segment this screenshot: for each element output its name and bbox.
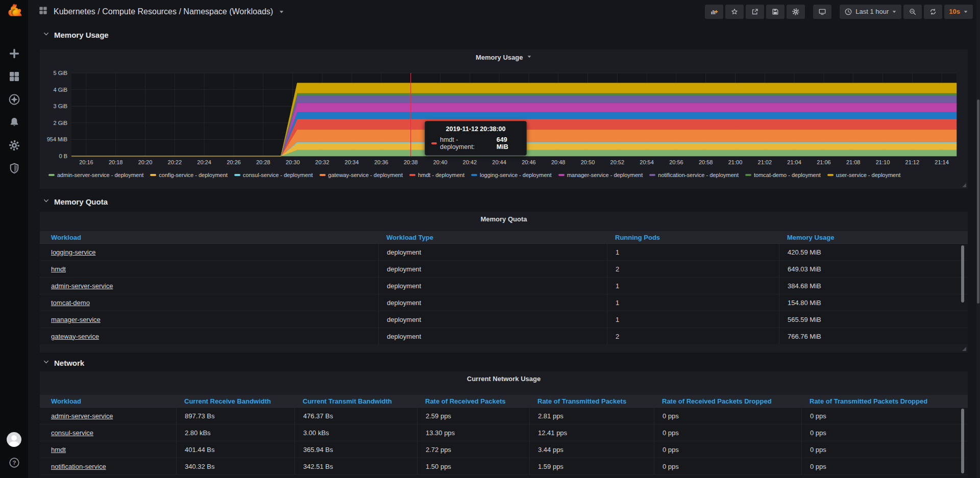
workload-link[interactable]: admin-server-service: [51, 412, 113, 420]
legend-item[interactable]: hmdt - deployment: [409, 172, 464, 178]
column-header[interactable]: Current Receive Bandwidth: [176, 397, 295, 405]
column-header[interactable]: Rate of Received Packets: [417, 397, 529, 405]
workload-link[interactable]: hmdt: [51, 446, 66, 454]
legend-label: hmdt - deployment: [418, 172, 464, 178]
legend-label: logging-service - deployment: [480, 172, 552, 178]
table-header-row: WorkloadWorkload TypeRunning PodsMemory …: [40, 231, 968, 243]
legend-color-dash: [827, 174, 834, 176]
grafana-logo[interactable]: [0, 0, 28, 23]
workload-link[interactable]: consul-service: [51, 429, 93, 437]
value-cell: 1: [607, 244, 779, 260]
mark-favorite-button[interactable]: [725, 5, 744, 19]
column-header[interactable]: Running Pods: [607, 234, 779, 241]
workload-link[interactable]: tomcat-demo: [51, 299, 90, 307]
sidebar-plus-button[interactable]: [8, 47, 20, 60]
column-header[interactable]: Workload: [40, 234, 378, 241]
workload-link[interactable]: gateway-service: [51, 333, 99, 340]
value-cell: 1: [607, 294, 779, 311]
table-scrollbar-thumb[interactable]: [961, 409, 964, 473]
value-cell: 12.41 pps: [529, 424, 654, 441]
section-memory-usage[interactable]: Memory Usage: [43, 29, 109, 40]
workload-link[interactable]: manager-service: [51, 316, 101, 323]
refresh-button[interactable]: [924, 5, 942, 19]
clock-icon: [844, 8, 852, 16]
section-network[interactable]: Network: [43, 357, 84, 368]
avatar: [6, 432, 22, 447]
caret-down-icon: [892, 9, 897, 14]
legend-item[interactable]: notification-service - deployment: [649, 172, 739, 178]
legend-color-dash: [48, 174, 55, 176]
column-header[interactable]: Rate of Received Packets Dropped: [654, 397, 801, 405]
value-cell: 649.03 MiB: [779, 261, 965, 277]
value-cell: 0 pps: [801, 458, 965, 474]
legend-item[interactable]: manager-service - deployment: [558, 172, 643, 178]
sidebar-dashboards-button[interactable]: [8, 70, 20, 83]
legend-label: user-service - deployment: [836, 172, 901, 178]
value-cell: 0 pps: [654, 441, 801, 458]
value-cell: deployment: [378, 328, 607, 344]
cycle-view-mode-button[interactable]: [813, 5, 831, 19]
add-panel-button[interactable]: [705, 5, 723, 19]
sidebar-settings-button[interactable]: [8, 139, 20, 152]
column-header[interactable]: Current Transmit Bandwidth: [295, 397, 417, 405]
legend-item[interactable]: gateway-service - deployment: [320, 172, 403, 178]
table-row-partial: [40, 474, 968, 478]
legend-item[interactable]: tomcat-demo - deployment: [745, 172, 821, 178]
workload-link[interactable]: admin-server-service: [51, 282, 113, 290]
tooltip-series-label: hmdt - deployment:: [440, 136, 494, 150]
table-row: consul-service2.80 kBs3.00 kBs13.30 pps1…: [40, 424, 968, 441]
legend-label: config-service - deployment: [159, 172, 228, 178]
sidebar-avatar-button[interactable]: [6, 432, 22, 449]
svg-text:?: ?: [12, 460, 16, 466]
panel-resize-grip[interactable]: [962, 347, 966, 351]
tooltip-value: 649 MiB: [497, 136, 520, 150]
panel-title-current-network-usage[interactable]: Current Network Usage: [40, 375, 968, 383]
legend-color-dash: [649, 174, 655, 176]
column-header[interactable]: Workload Type: [378, 234, 607, 241]
legend-item[interactable]: consul-service - deployment: [234, 172, 313, 178]
legend-color-dash: [558, 174, 565, 176]
dashboard-settings-button[interactable]: [787, 5, 805, 19]
page-scrollbar-thumb[interactable]: [977, 99, 979, 304]
refresh-interval-button[interactable]: 10s: [944, 5, 973, 19]
value-cell: 3.00 kBs: [295, 424, 417, 441]
value-cell: 154.80 MiB: [779, 294, 965, 311]
column-header[interactable]: Memory Usage: [779, 234, 965, 241]
value-cell: 476.37 Bs: [295, 408, 417, 424]
legend-item[interactable]: user-service - deployment: [827, 172, 901, 178]
workload-cell: consul-service: [40, 424, 176, 441]
column-header[interactable]: Rate of Transmitted Packets: [529, 397, 654, 405]
sidebar-help-button[interactable]: ?: [9, 457, 20, 470]
panel-title-memory-usage[interactable]: Memory Usage: [40, 53, 968, 61]
memory-quota-panel: Memory Quota WorkloadWorkload TypeRunnin…: [40, 212, 968, 353]
caret-down-icon: [963, 9, 968, 14]
time-range-button[interactable]: Last 1 hour: [840, 5, 901, 19]
legend-item[interactable]: logging-service - deployment: [471, 172, 552, 178]
legend-item[interactable]: config-service - deployment: [150, 172, 228, 178]
column-header[interactable]: Rate of Transmitted Packets Dropped: [801, 397, 965, 405]
sidebar-shield-button[interactable]: [8, 162, 20, 174]
zoom-out-time-button[interactable]: [903, 5, 922, 19]
save-dashboard-button[interactable]: [766, 5, 785, 19]
workload-link[interactable]: hmdt: [51, 265, 66, 273]
sidebar-explore-button[interactable]: [8, 93, 20, 106]
svg-text:21:12: 21:12: [905, 159, 920, 165]
sidebar-alerting-button[interactable]: [8, 116, 20, 129]
svg-text:20:56: 20:56: [669, 159, 683, 165]
workload-link[interactable]: logging-service: [51, 248, 95, 256]
legend-item[interactable]: admin-server-service - deployment: [48, 172, 143, 178]
table-row: hmdt401.44 Bs365.94 Bs2.72 pps3.44 pps0 …: [40, 441, 968, 458]
workload-link[interactable]: notification-service: [51, 463, 106, 470]
share-dashboard-button[interactable]: [746, 5, 764, 19]
value-cell: 401.44 Bs: [176, 441, 295, 458]
panel-title-memory-quota[interactable]: Memory Quota: [40, 215, 968, 223]
value-cell: 365.94 Bs: [295, 441, 417, 458]
svg-text:21:14: 21:14: [935, 159, 949, 165]
settings-icon: [8, 139, 20, 152]
panel-resize-grip[interactable]: [962, 183, 966, 187]
dashboard-title-area[interactable]: Kubernetes / Compute Resources / Namespa…: [38, 6, 284, 17]
section-memory-quota[interactable]: Memory Quota: [43, 196, 108, 207]
column-header[interactable]: Workload: [40, 397, 176, 405]
svg-text:20:50: 20:50: [581, 159, 595, 165]
table-scrollbar-thumb[interactable]: [961, 245, 964, 303]
